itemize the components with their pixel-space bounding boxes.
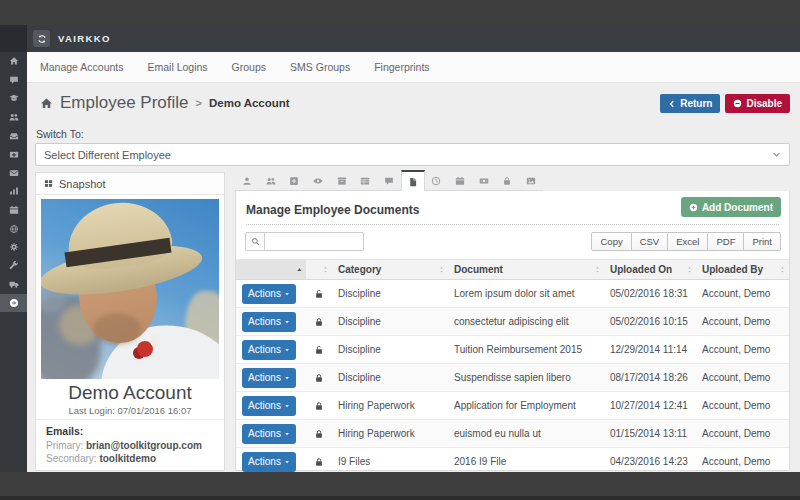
home-icon[interactable]	[40, 97, 53, 110]
table-row: ActionsDisciplineSuspendisse sapien libe…	[236, 364, 789, 392]
icon-sidebar	[0, 52, 27, 472]
breadcrumb: Employee Profile > Demo Account	[40, 92, 290, 114]
snapshot-panel: Snapshot Demo Account Last Login: 07/01/…	[35, 172, 225, 471]
actions-button[interactable]: Actions	[242, 312, 296, 332]
menu-item-sms-groups[interactable]: SMS Groups	[290, 61, 350, 73]
cell-document: Application for Employment	[448, 392, 604, 420]
column-header-uploaded-on[interactable]: Uploaded On	[604, 260, 696, 280]
lock-icon	[502, 176, 512, 186]
tab-archive[interactable]	[330, 171, 354, 191]
lock-icon	[314, 429, 324, 439]
page-actions: Return Disable	[660, 94, 790, 113]
cell-document: consectetur adipiscing elit	[448, 308, 604, 336]
last-login: Last Login: 07/01/2016 16:07	[36, 405, 224, 416]
search-group	[245, 232, 364, 251]
cell-document: Tuition Reimbursement 2015	[448, 336, 604, 364]
menu-item-fingerprints[interactable]: Fingerprints	[374, 61, 429, 73]
sidebar-item-arrow-circle-right[interactable]	[0, 294, 27, 313]
sidebar-item-bar-chart[interactable]	[0, 182, 27, 201]
sidebar-item-globe[interactable]	[0, 219, 27, 238]
documents-search-input[interactable]	[264, 232, 364, 251]
export-csv-button[interactable]: CSV	[631, 232, 669, 251]
emails-label: Emails:	[46, 425, 83, 437]
export-excel-button[interactable]: Excel	[667, 232, 708, 251]
cell-uploaded-on: 08/17/2014 18:26	[604, 364, 696, 392]
menu-item-email-logins[interactable]: Email Logins	[147, 61, 207, 73]
sidebar-item-medkit[interactable]	[0, 145, 27, 164]
tabstrip-filler	[543, 171, 790, 192]
screen-bottom-edge	[0, 496, 800, 500]
cell-document: 2016 I9 File	[448, 448, 604, 473]
actions-button[interactable]: Actions	[242, 284, 296, 304]
money-icon	[479, 176, 489, 186]
sidebar-item-users[interactable]	[0, 108, 27, 127]
comment-icon	[384, 176, 394, 186]
caret-up-icon	[296, 266, 303, 273]
brand-title: VAIRKKO	[58, 25, 111, 52]
tab-eye[interactable]	[306, 171, 330, 191]
sidebar-item-home[interactable]	[0, 52, 27, 71]
cell-document: Suspendisse sapien libero	[448, 364, 604, 392]
export-pdf-button[interactable]: PDF	[707, 232, 744, 251]
cell-uploaded-on: 10/27/2014 12:41	[604, 392, 696, 420]
add-document-button[interactable]: Add Document	[681, 197, 781, 217]
chevron-down-icon	[772, 150, 781, 159]
brand-logo[interactable]	[33, 30, 50, 47]
disable-button[interactable]: Disable	[725, 94, 790, 113]
return-button[interactable]: Return	[660, 94, 720, 113]
employee-select[interactable]: Select Different Employee	[35, 143, 790, 166]
sort-icon	[594, 266, 601, 273]
tab-clock[interactable]	[425, 171, 449, 191]
tab-table[interactable]	[353, 171, 377, 191]
actions-button[interactable]: Actions	[242, 452, 296, 472]
minus-circle-icon	[733, 99, 742, 108]
sidebar-item-wrench[interactable]	[0, 257, 27, 276]
cell-uploaded-by: Account, Demo	[696, 308, 789, 336]
column-header-document[interactable]: Document	[448, 260, 604, 280]
tab-image[interactable]	[519, 171, 543, 191]
sidebar-item-envelope[interactable]	[0, 164, 27, 183]
home-icon	[9, 56, 19, 66]
sidebar-item-cogs[interactable]	[0, 238, 27, 257]
tab-lock[interactable]	[496, 171, 520, 191]
cell-category: Discipline	[332, 308, 448, 336]
caret-down-icon	[284, 347, 290, 353]
caret-down-icon	[284, 375, 290, 381]
tab-money[interactable]	[472, 171, 496, 191]
cell-uploaded-by: Account, Demo	[696, 420, 789, 448]
actions-button[interactable]: Actions	[242, 396, 296, 416]
sidebar-item-truck[interactable]	[0, 275, 27, 294]
sidebar-item-chat[interactable]	[0, 71, 27, 90]
menu-item-groups[interactable]: Groups	[232, 61, 266, 73]
export-copy-button[interactable]: Copy	[591, 232, 631, 251]
column-header-uploaded-by[interactable]: Uploaded By	[696, 260, 789, 280]
sidebar-item-graduation-cap[interactable]	[0, 89, 27, 108]
tab-plus-square[interactable]	[282, 171, 306, 191]
eye-icon	[313, 176, 323, 186]
export-print-button[interactable]: Print	[743, 232, 781, 251]
tab-users[interactable]	[259, 171, 283, 191]
image-icon	[526, 176, 536, 186]
column-header-col0[interactable]	[236, 260, 306, 280]
tab-comment[interactable]	[377, 171, 401, 191]
table-row: ActionsI9 Files2016 I9 File04/23/2016 14…	[236, 448, 789, 473]
search-icon-box	[245, 232, 265, 251]
column-header-category[interactable]: Category	[332, 260, 448, 280]
tab-user[interactable]	[235, 171, 259, 191]
breadcrumb-subtitle: Demo Account	[209, 97, 290, 109]
tab-calendar[interactable]	[448, 171, 472, 191]
actions-button[interactable]: Actions	[242, 424, 296, 444]
sidebar-item-calendar[interactable]	[0, 201, 27, 220]
caret-down-icon	[284, 459, 290, 465]
cell-category: Discipline	[332, 280, 448, 308]
actions-button[interactable]: Actions	[242, 368, 296, 388]
sidebar-item-inbox[interactable]	[0, 126, 27, 145]
menu-item-manage-accounts[interactable]: Manage Accounts	[40, 61, 123, 73]
actions-button[interactable]: Actions	[242, 340, 296, 360]
cell-uploaded-by: Account, Demo	[696, 280, 789, 308]
caret-down-icon	[284, 431, 290, 437]
table-row: ActionsDisciplineLorem ipsum dolor sit a…	[236, 280, 789, 308]
cell-uploaded-by: Account, Demo	[696, 336, 789, 364]
tab-file[interactable]	[401, 170, 425, 191]
column-header-col1[interactable]	[306, 260, 332, 280]
